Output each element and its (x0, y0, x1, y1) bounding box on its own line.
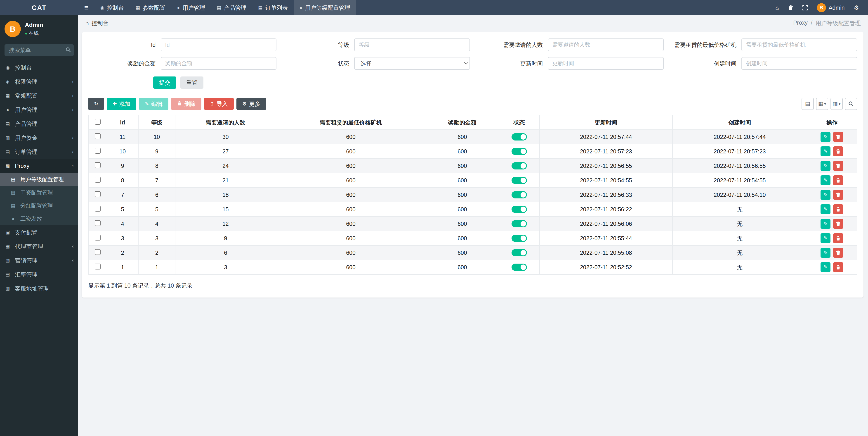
delete-row-button[interactable] (833, 161, 843, 171)
refresh-button[interactable]: ↻ (88, 98, 104, 110)
edit-row-button[interactable]: ✎ (820, 132, 831, 142)
col-header-min-price[interactable]: 需要租赁的最低价格矿机 (276, 115, 426, 129)
col-header-updated[interactable]: 更新时间 (539, 115, 673, 129)
status-toggle[interactable] (512, 220, 527, 227)
delete-row-button[interactable] (833, 262, 843, 272)
delete-row-button[interactable] (833, 190, 843, 200)
row-checkbox[interactable] (95, 220, 101, 226)
delete-row-button[interactable] (833, 146, 843, 156)
settings-gear-icon[interactable]: ⚙ (849, 0, 864, 16)
delete-button[interactable]: 删除 (171, 98, 202, 110)
status-toggle[interactable] (512, 235, 527, 242)
col-header-actions[interactable]: 操作 (807, 115, 857, 129)
sidebar-item-order-mgmt[interactable]: ▤订单管理‹ (0, 145, 78, 159)
row-checkbox[interactable] (95, 235, 101, 240)
sidebar-subitem-salary-config[interactable]: ▤工资配置管理 (0, 186, 78, 199)
nav-item-params[interactable]: ▦参数配置 (130, 0, 171, 16)
columns-button[interactable]: ▥▾ (831, 98, 843, 110)
row-checkbox[interactable] (95, 148, 101, 154)
edit-row-button[interactable]: ✎ (820, 262, 831, 272)
edit-row-button[interactable]: ✎ (820, 175, 831, 185)
hamburger-menu-icon[interactable]: ≡ (78, 0, 94, 16)
col-header-id[interactable]: Id (107, 115, 138, 129)
delete-row-button[interactable] (833, 233, 843, 243)
edit-row-button[interactable]: ✎ (820, 233, 831, 243)
home-icon[interactable]: ⌂ (771, 0, 783, 16)
sidebar-item-product-mgmt[interactable]: ▤产品管理 (0, 117, 78, 131)
search-icon[interactable] (66, 47, 71, 54)
sidebar-item-marketing-mgmt[interactable]: ▧营销管理‹ (0, 254, 78, 267)
reward-input[interactable] (161, 57, 276, 70)
sidebar-item-agent-mgmt[interactable]: ▦代理商管理‹ (0, 239, 78, 254)
trash-icon[interactable] (783, 0, 798, 16)
reset-button[interactable]: 重置 (180, 77, 204, 89)
nav-item-level-config[interactable]: ●用户等级配置管理 (293, 0, 356, 16)
user-menu[interactable]: B Admin (812, 3, 849, 12)
invites-input[interactable] (548, 38, 664, 51)
fullscreen-icon[interactable] (798, 0, 812, 16)
sidebar-item-general-config[interactable]: ▦常规配置‹ (0, 89, 78, 103)
delete-row-button[interactable] (833, 204, 843, 214)
status-toggle[interactable] (512, 206, 527, 213)
status-toggle[interactable] (512, 162, 527, 170)
sidebar-subitem-dividend-config[interactable]: ▤分红配置管理 (0, 199, 78, 212)
submit-button[interactable]: 提交 (153, 77, 176, 89)
status-toggle[interactable] (512, 177, 527, 184)
col-header-invites[interactable]: 需要邀请的人数 (175, 115, 276, 129)
col-header-status[interactable]: 状态 (499, 115, 539, 129)
sidebar-item-rate-mgmt[interactable]: ▤汇率管理 (0, 267, 78, 282)
sidebar-item-user-funds[interactable]: ▥用户资金‹ (0, 131, 78, 145)
breadcrumb-section[interactable]: Proxy (793, 20, 808, 27)
status-toggle[interactable] (512, 191, 527, 198)
sidebar-subitem-salary-payout[interactable]: ●工资发放 (0, 212, 78, 225)
edit-row-button[interactable]: ✎ (820, 204, 831, 214)
delete-row-button[interactable] (833, 248, 843, 258)
sidebar-search-input[interactable] (4, 45, 74, 56)
status-toggle[interactable] (512, 264, 527, 271)
created-time-input[interactable] (741, 57, 857, 70)
row-checkbox[interactable] (95, 264, 101, 269)
id-input[interactable] (161, 38, 276, 51)
detail-view-button[interactable]: ▤ (802, 98, 814, 110)
row-checkbox[interactable] (95, 162, 101, 168)
nav-item-users[interactable]: ●用户管理 (171, 0, 211, 16)
row-checkbox[interactable] (95, 206, 101, 211)
edit-row-button[interactable]: ✎ (820, 219, 831, 229)
sidebar-item-payment-config[interactable]: ▣支付配置 (0, 225, 78, 239)
row-checkbox[interactable] (95, 191, 101, 197)
sidebar-item-user-mgmt[interactable]: ●用户管理‹ (0, 103, 78, 117)
sidebar-subitem-level-config[interactable]: ▤用户等级配置管理 (0, 173, 78, 186)
edit-button[interactable]: ✎编辑 (139, 98, 168, 110)
delete-row-button[interactable] (833, 175, 843, 185)
col-header-created[interactable]: 创建时间 (673, 115, 807, 129)
sidebar-item-permissions[interactable]: ◈权限管理‹ (0, 75, 78, 89)
edit-row-button[interactable]: ✎ (820, 146, 831, 156)
status-select[interactable]: 选择 (354, 57, 470, 70)
edit-row-button[interactable]: ✎ (820, 161, 831, 171)
col-header-reward[interactable]: 奖励的金额 (426, 115, 499, 129)
nav-item-orders[interactable]: ▤订单列表 (252, 0, 293, 16)
sidebar-item-proxy[interactable]: ▧Proxy‹ (0, 159, 78, 173)
edit-row-button[interactable]: ✎ (820, 190, 831, 200)
search-toggle-button[interactable] (845, 98, 857, 110)
min-price-input[interactable] (741, 38, 857, 51)
level-input[interactable] (354, 38, 470, 51)
sidebar-item-console[interactable]: ◉控制台 (0, 61, 78, 75)
import-button[interactable]: ↥导入 (204, 98, 234, 110)
add-button[interactable]: ✚添加 (107, 98, 136, 110)
row-checkbox[interactable] (95, 249, 101, 255)
col-header-level[interactable]: 等级 (138, 115, 175, 129)
select-all-checkbox[interactable] (95, 119, 101, 125)
grid-view-button[interactable]: ▦▾ (816, 98, 828, 110)
delete-row-button[interactable] (833, 219, 843, 229)
nav-item-console[interactable]: ◉控制台 (94, 0, 130, 16)
updated-time-input[interactable] (548, 57, 664, 70)
status-toggle[interactable] (512, 148, 527, 155)
status-toggle[interactable] (512, 249, 527, 256)
edit-row-button[interactable]: ✎ (820, 248, 831, 258)
delete-row-button[interactable] (833, 132, 843, 142)
breadcrumb-home[interactable]: 控制台 (92, 20, 108, 27)
more-button[interactable]: ⚙更多 (237, 98, 266, 110)
status-toggle[interactable] (512, 133, 527, 141)
row-checkbox[interactable] (95, 133, 101, 139)
